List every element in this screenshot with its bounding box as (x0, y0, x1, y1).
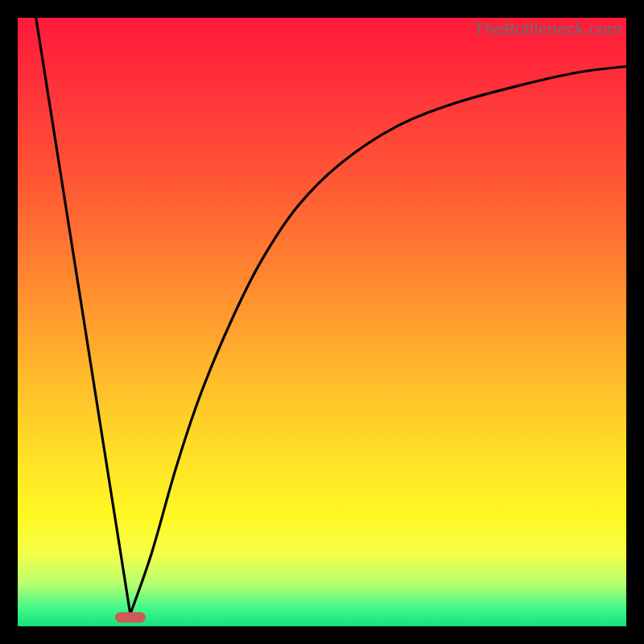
curve-svg (18, 18, 626, 626)
chart-frame: TheBottleneck.com (0, 0, 644, 644)
plot-area: TheBottleneck.com (18, 18, 626, 626)
bottleneck-curve (36, 18, 626, 614)
optimum-marker (115, 613, 146, 623)
